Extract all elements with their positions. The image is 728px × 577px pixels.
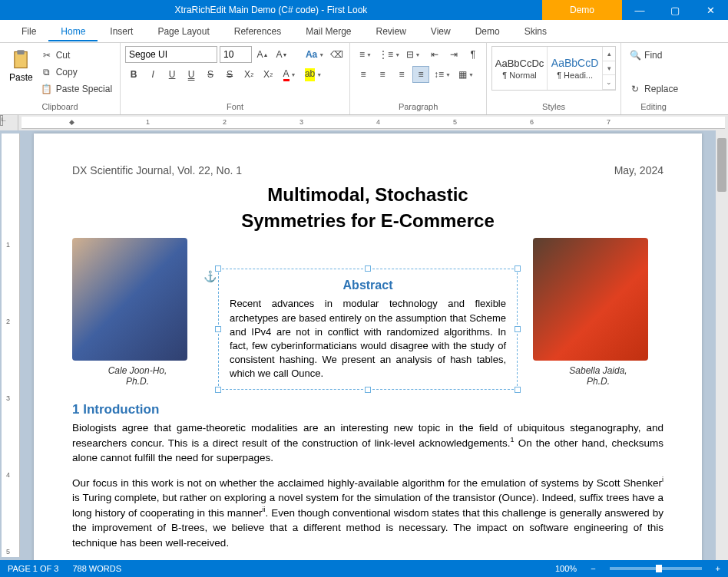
- style-heading[interactable]: AaBbCcD ¶ Headi...: [548, 47, 603, 90]
- abstract-text: Recent advances in modular technology an…: [230, 297, 506, 381]
- maximize-button[interactable]: ▢: [657, 0, 693, 20]
- zoom-in-button[interactable]: +: [716, 564, 720, 573]
- multilevel-button[interactable]: ⊟▼: [402, 46, 424, 63]
- shrink-font-button[interactable]: A▼: [273, 46, 290, 63]
- vruler-tick: 1: [6, 241, 10, 249]
- clear-format-button[interactable]: ⌫: [328, 46, 345, 63]
- grow-font-button[interactable]: A▲: [254, 46, 271, 63]
- font-size-input[interactable]: [220, 46, 252, 63]
- resize-handle-br[interactable]: [515, 387, 521, 393]
- resize-handle-tm[interactable]: [365, 265, 371, 272]
- increase-indent-button[interactable]: ⇥: [445, 46, 462, 63]
- subscript-button[interactable]: X2: [260, 66, 276, 83]
- align-justify-button[interactable]: ≡: [412, 66, 429, 83]
- strikethrough-button[interactable]: S: [202, 66, 219, 83]
- bold-button[interactable]: B: [125, 66, 142, 83]
- para-2: Our focus in this work is not on whether…: [72, 475, 663, 551]
- menu-mail-merge[interactable]: Mail Merge: [293, 21, 363, 41]
- copy-button[interactable]: ⧉Copy: [38, 64, 115, 80]
- horizontal-ruler[interactable]: ◆ 1234567: [22, 117, 725, 129]
- superscript-button[interactable]: X2: [240, 66, 257, 83]
- document-page[interactable]: DX Scientific Journal, Vol. 22, No. 1 Ma…: [34, 134, 702, 560]
- status-page[interactable]: PAGE 1 OF 3: [8, 564, 58, 573]
- demo-titlebar-button[interactable]: Demo: [542, 0, 622, 20]
- resize-handle-bl[interactable]: [215, 387, 221, 393]
- numbering-button[interactable]: ⋮≡▼: [379, 46, 400, 63]
- titlebar: XtraRichEdit Main Demo (C# code) - First…: [0, 0, 728, 20]
- author-image-left[interactable]: [72, 238, 187, 361]
- styles-expand[interactable]: ⌄: [603, 75, 615, 90]
- ruler-indent-marker[interactable]: ◆: [69, 118, 74, 126]
- menu-page-layout[interactable]: Page Layout: [145, 21, 221, 41]
- bullets-button[interactable]: ≡▼: [355, 46, 376, 63]
- menu-skins[interactable]: Skins: [512, 21, 559, 41]
- vruler-tick: 4: [6, 471, 10, 479]
- font-name-input[interactable]: [125, 46, 217, 63]
- align-right-button[interactable]: ≡: [393, 66, 410, 83]
- ribbon: Paste ✂Cut ⧉Copy 📋Paste Special Clipboar…: [0, 43, 728, 115]
- menu-demo[interactable]: Demo: [463, 21, 512, 41]
- menu-view[interactable]: View: [419, 21, 463, 41]
- menu-home[interactable]: Home: [48, 21, 98, 41]
- scrollbar-thumb[interactable]: [717, 138, 726, 192]
- change-case-button[interactable]: Aa▼: [304, 46, 326, 63]
- resize-handle-bm[interactable]: [365, 387, 371, 393]
- paste-button[interactable]: Paste: [5, 46, 38, 86]
- close-button[interactable]: ✕: [693, 0, 728, 20]
- document-scroll[interactable]: DX Scientific Journal, Vol. 22, No. 1 Ma…: [20, 130, 716, 560]
- resize-handle-tl[interactable]: [215, 265, 221, 272]
- vertical-scrollbar[interactable]: [716, 130, 728, 560]
- font-group-label: Font: [125, 101, 345, 114]
- paragraph-group-label: Paragraph: [355, 101, 481, 114]
- ribbon-group-font: A▲ A▼ Aa▼ ⌫ B I U U S S X2 X2 A▼ ab▼ Fon…: [121, 43, 350, 114]
- ribbon-group-paragraph: ≡▼ ⋮≡▼ ⊟▼ ⇤ ⇥ ¶ ≡ ≡ ≡ ≡ ↕≡▼ ▦▼ Paragraph: [350, 43, 487, 114]
- highlight-button[interactable]: ab▼: [303, 66, 324, 83]
- zoom-thumb[interactable]: [656, 565, 662, 572]
- shading-button[interactable]: ▦▼: [455, 66, 477, 83]
- align-center-button[interactable]: ≡: [374, 66, 391, 83]
- ruler-tick: 1: [146, 118, 150, 126]
- paste-special-icon: 📋: [41, 83, 53, 95]
- zoom-slider[interactable]: [610, 567, 702, 570]
- ruler-tick: 7: [607, 118, 611, 126]
- styles-scroll-down[interactable]: ▾: [603, 61, 615, 76]
- tab-selector[interactable]: ∟: [0, 115, 3, 126]
- zoom-out-button[interactable]: −: [591, 564, 595, 573]
- find-button[interactable]: 🔍Find: [626, 48, 665, 63]
- show-marks-button[interactable]: ¶: [465, 46, 481, 63]
- zoom-label[interactable]: 100%: [555, 564, 577, 573]
- vertical-ruler[interactable]: 12345: [2, 134, 20, 557]
- decrease-indent-button[interactable]: ⇤: [426, 46, 443, 63]
- italic-button[interactable]: I: [144, 66, 161, 83]
- author-image-right[interactable]: [533, 238, 648, 361]
- section-1-title: 1 Introduction: [72, 402, 663, 417]
- replace-icon: ↻: [629, 83, 641, 95]
- double-underline-button[interactable]: U: [183, 66, 200, 83]
- replace-button[interactable]: ↻Replace: [626, 81, 681, 97]
- author2-degree: Ph.D.: [533, 376, 663, 387]
- double-strike-button[interactable]: S: [221, 66, 238, 83]
- menu-file[interactable]: File: [9, 21, 48, 41]
- editing-group-label: Editing: [626, 101, 681, 114]
- menu-review[interactable]: Review: [364, 21, 419, 41]
- status-words[interactable]: 788 WORDS: [72, 564, 121, 573]
- font-color-button[interactable]: A▼: [279, 66, 300, 83]
- menu-references[interactable]: References: [222, 21, 293, 41]
- minimize-button[interactable]: —: [622, 0, 657, 20]
- align-left-button[interactable]: ≡: [355, 66, 372, 83]
- styles-scroll-up[interactable]: ▴: [603, 47, 615, 61]
- cut-button[interactable]: ✂Cut: [38, 48, 115, 63]
- resize-handle-mr[interactable]: [515, 326, 521, 332]
- author2-name: Sabella Jaida,: [533, 365, 663, 376]
- resize-handle-ml[interactable]: [215, 326, 221, 332]
- menu-insert[interactable]: Insert: [98, 21, 145, 41]
- style-normal[interactable]: AaBbCcDc ¶ Normal: [492, 47, 548, 90]
- underline-button[interactable]: U: [164, 66, 180, 83]
- abstract-textbox[interactable]: ⚓ Abstract Recent advances in modular te…: [218, 269, 518, 390]
- author1-name: Cale Joon-Ho,: [72, 365, 203, 376]
- resize-handle-tr[interactable]: [515, 265, 521, 272]
- abstract-title: Abstract: [230, 277, 506, 294]
- statusbar: PAGE 1 OF 3 788 WORDS 100% − +: [0, 560, 728, 577]
- paste-special-button[interactable]: 📋Paste Special: [38, 81, 115, 97]
- line-spacing-button[interactable]: ↕≡▼: [432, 66, 453, 83]
